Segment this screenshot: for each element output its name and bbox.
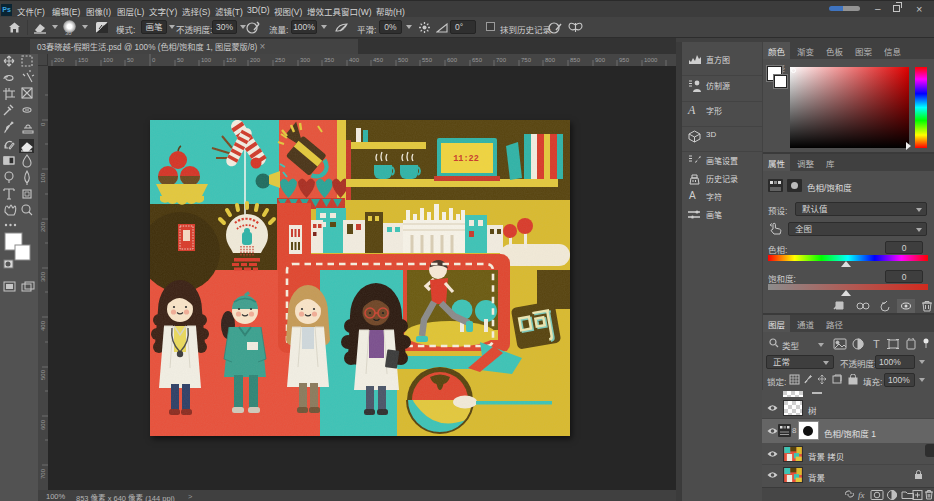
svg-text:950: 950 bbox=[619, 57, 630, 63]
svg-text:200: 200 bbox=[40, 221, 46, 232]
svg-text:100: 100 bbox=[40, 172, 46, 183]
svg-text:400: 400 bbox=[349, 57, 360, 63]
svg-text:250: 250 bbox=[275, 57, 286, 63]
svg-text:200: 200 bbox=[250, 57, 261, 63]
svg-text:900: 900 bbox=[595, 57, 606, 63]
svg-text:100: 100 bbox=[201, 57, 212, 63]
svg-text:50: 50 bbox=[127, 57, 134, 63]
svg-text:550: 550 bbox=[422, 57, 433, 63]
svg-text:350: 350 bbox=[324, 57, 335, 63]
svg-text:50: 50 bbox=[177, 57, 184, 63]
svg-text:700: 700 bbox=[40, 468, 46, 479]
svg-text:650: 650 bbox=[472, 57, 483, 63]
svg-text:850: 850 bbox=[570, 57, 581, 63]
svg-text:200: 200 bbox=[54, 57, 65, 63]
svg-text:450: 450 bbox=[373, 57, 384, 63]
svg-text:300: 300 bbox=[40, 271, 46, 282]
svg-text:fx: fx bbox=[858, 490, 865, 500]
svg-text:750: 750 bbox=[521, 57, 532, 63]
svg-text:600: 600 bbox=[447, 57, 458, 63]
svg-text:150: 150 bbox=[226, 57, 237, 63]
svg-text:800: 800 bbox=[545, 57, 556, 63]
svg-text:100: 100 bbox=[103, 57, 114, 63]
svg-text:1000: 1000 bbox=[644, 57, 658, 63]
svg-text:300: 300 bbox=[300, 57, 311, 63]
svg-text:700: 700 bbox=[496, 57, 507, 63]
svg-text:500: 500 bbox=[398, 57, 409, 63]
svg-text:400: 400 bbox=[40, 320, 46, 331]
svg-text:150: 150 bbox=[78, 57, 89, 63]
svg-text:600: 600 bbox=[40, 419, 46, 430]
svg-text:T: T bbox=[873, 338, 880, 350]
svg-text:500: 500 bbox=[40, 369, 46, 380]
